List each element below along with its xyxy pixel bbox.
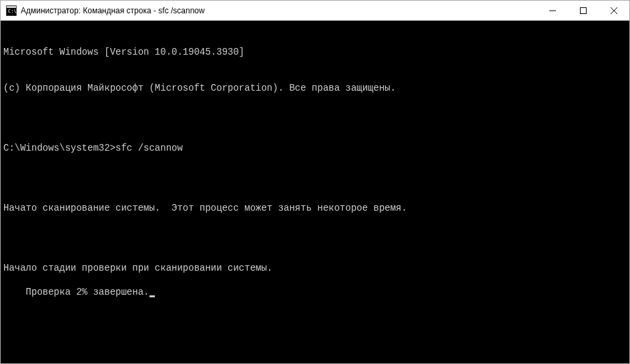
terminal-output[interactable]: Microsoft Windows [Version 10.0.19045.39…: [1, 21, 629, 363]
command-prompt-window: C:\ Администратор: Командная строка - sf…: [0, 0, 630, 364]
svg-rect-1: [7, 6, 16, 8]
terminal-line: Начало стадии проверки при сканировании …: [3, 262, 627, 274]
terminal-line: Microsoft Windows [Version 10.0.19045.39…: [3, 46, 627, 58]
window-controls: [537, 1, 629, 20]
close-button[interactable]: [599, 1, 629, 20]
terminal-line: (c) Корпорация Майкрософт (Microsoft Cor…: [3, 82, 627, 94]
cursor: [149, 295, 155, 297]
window-title: Администратор: Командная строка - sfc /s…: [21, 6, 537, 15]
maximize-icon: [580, 7, 587, 14]
terminal-line: Проверка 2% завершена.: [26, 287, 149, 297]
maximize-button[interactable]: [568, 1, 599, 20]
svg-text:C:\: C:\: [8, 9, 17, 14]
terminal-line: Начато сканирование системы. Этот процес…: [3, 202, 627, 214]
close-icon: [611, 7, 617, 14]
terminal-line: C:\Windows\system32>sfc /scannow: [3, 142, 627, 154]
minimize-icon: [549, 7, 556, 14]
minimize-button[interactable]: [537, 1, 568, 20]
svg-rect-4: [581, 7, 587, 13]
cmd-icon: C:\: [6, 5, 17, 16]
titlebar[interactable]: C:\ Администратор: Командная строка - sf…: [1, 1, 629, 21]
